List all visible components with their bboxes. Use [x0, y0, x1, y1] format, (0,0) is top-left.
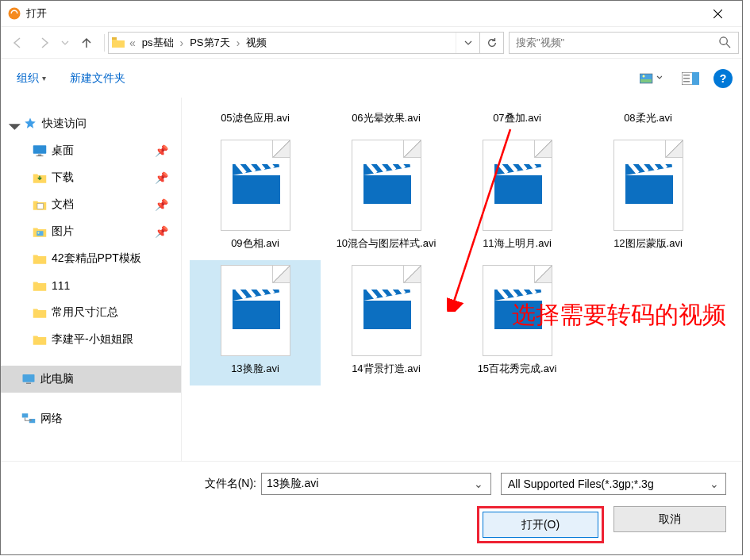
back-button[interactable] — [4, 29, 31, 56]
help-icon: ? — [720, 72, 727, 85]
filename-input[interactable] — [267, 478, 471, 490]
file-name: 06光晕效果.avi — [352, 112, 421, 125]
file-name: 15百花秀完成.avi — [478, 362, 557, 376]
sidebar-desktop[interactable]: 桌面📌 — [1, 137, 181, 164]
file-item-selected[interactable]: 13换脸.avi — [190, 260, 321, 385]
open-button[interactable]: 打开(O) — [483, 512, 598, 538]
open-dialog: 打开 « ps基础 › PS第7天 › 视频 组织▾ 新建文件夹 — [0, 0, 743, 555]
cancel-label: 取消 — [659, 512, 681, 527]
svg-rect-23 — [363, 175, 411, 204]
svg-rect-14 — [37, 204, 44, 209]
window-title: 打开 — [26, 6, 47, 21]
svg-rect-10 — [683, 81, 690, 82]
sidebar-size[interactable]: 常用尺寸汇总 — [1, 299, 181, 326]
navbar: « ps基础 › PS第7天 › 视频 — [1, 26, 742, 58]
file-name: 11海上明月.avi — [483, 237, 552, 251]
file-item[interactable]: 06光晕效果.avi — [321, 98, 452, 135]
address-dropdown[interactable] — [456, 33, 479, 53]
svg-point-0 — [9, 8, 21, 20]
up-button[interactable] — [75, 32, 98, 54]
forward-button[interactable] — [31, 29, 58, 56]
search-input[interactable] — [510, 36, 711, 48]
filter-text: All Supported Files(*.3gp;*.3g — [508, 478, 654, 490]
sidebar-quick-access[interactable]: ◢ 快速访问 — [1, 110, 181, 137]
network-icon — [21, 412, 36, 426]
file-item[interactable]: 07叠加.avi — [452, 98, 583, 135]
file-item[interactable]: 05滤色应用.avi — [190, 98, 321, 135]
svg-rect-1 — [112, 37, 117, 40]
svg-rect-11 — [33, 145, 47, 154]
chevron-down-icon[interactable]: ⌄ — [471, 478, 486, 490]
breadcrumb-2[interactable]: PS第7天 — [185, 33, 235, 53]
sidebar-item-label: 42套精品PPT模板 — [52, 251, 141, 266]
thumbnails-icon — [640, 71, 662, 86]
documents-icon — [33, 198, 47, 212]
close-button[interactable] — [700, 2, 736, 25]
recent-dropdown[interactable] — [58, 29, 72, 56]
svg-rect-13 — [37, 155, 44, 156]
preview-icon — [682, 72, 699, 85]
file-item[interactable]: 14背景打造.avi — [321, 260, 452, 385]
sidebar-item-label: 此电脑 — [40, 372, 74, 386]
svg-rect-19 — [22, 413, 29, 417]
filename-combo[interactable]: ⌄ — [261, 473, 491, 495]
sidebar-pictures[interactable]: 图片📌 — [1, 218, 181, 245]
view-mode-button[interactable] — [634, 69, 667, 88]
close-icon — [713, 10, 722, 18]
file-name: 08柔光.avi — [624, 112, 672, 125]
quick-access-label: 快速访问 — [42, 117, 87, 131]
video-file-icon — [221, 140, 290, 231]
search-box[interactable] — [509, 32, 739, 54]
sidebar-ppt[interactable]: 42套精品PPT模板 — [1, 245, 181, 272]
file-item[interactable]: 08柔光.avi — [583, 98, 713, 135]
sidebar-documents[interactable]: 文档📌 — [1, 191, 181, 218]
titlebar: 打开 — [1, 1, 742, 26]
sidebar-111[interactable]: 111 — [1, 272, 181, 299]
file-item[interactable]: 11海上明月.avi — [452, 135, 583, 260]
video-file-icon — [613, 140, 683, 231]
breadcrumb-prefix: « — [128, 36, 137, 49]
new-folder-button[interactable]: 新建文件夹 — [63, 68, 132, 89]
sidebar-item-label: 111 — [52, 279, 70, 292]
file-item[interactable]: 09色相.avi — [190, 135, 321, 260]
file-item[interactable]: 12图层蒙版.avi — [583, 135, 713, 260]
refresh-button[interactable] — [479, 33, 503, 53]
preview-pane-button[interactable] — [679, 69, 702, 88]
organize-button[interactable]: 组织▾ — [10, 68, 52, 89]
sidebar-this-pc[interactable]: 此电脑 — [1, 366, 181, 393]
sidebar-li[interactable]: 李建平-小姐姐跟 — [1, 326, 181, 353]
file-item[interactable]: 15百花秀完成.avi — [452, 260, 583, 385]
arrow-right-icon — [38, 36, 51, 49]
expand-icon: ◢ — [7, 115, 24, 132]
svg-rect-12 — [38, 155, 42, 156]
sidebar-downloads[interactable]: 下载📌 — [1, 164, 181, 191]
svg-rect-8 — [683, 75, 690, 76]
bottom-panel: 文件名(N): ⌄ All Supported Files(*.3gp;*.3g… — [1, 461, 742, 555]
breadcrumb-3[interactable]: 视频 — [241, 33, 271, 53]
breadcrumb-1[interactable]: ps基础 — [137, 33, 179, 53]
svg-rect-18 — [26, 383, 31, 385]
chevron-down-icon: ▾ — [42, 74, 46, 82]
video-file-icon — [352, 140, 421, 231]
sidebar-item-label: 常用尺寸汇总 — [52, 305, 118, 320]
chevron-down-icon: ⌄ — [710, 478, 719, 490]
address-bar[interactable]: « ps基础 › PS第7天 › 视频 — [108, 32, 504, 54]
cancel-button[interactable]: 取消 — [613, 506, 726, 532]
file-pane[interactable]: 05滤色应用.avi 06光晕效果.avi 07叠加.avi 08柔光.avi … — [182, 98, 742, 461]
sidebar-item-label: 图片 — [52, 224, 74, 239]
video-file-icon — [483, 265, 552, 356]
star-icon — [23, 117, 37, 131]
folder-icon — [33, 332, 47, 347]
chevron-right-icon: › — [179, 36, 186, 49]
open-button-highlight: 打开(O) — [477, 506, 604, 543]
sidebar-network[interactable]: 网络 — [1, 405, 181, 432]
file-name: 12图层蒙版.avi — [613, 237, 683, 251]
sidebar-item-label: 桌面 — [52, 144, 74, 158]
main-area: ◢ 快速访问 桌面📌 下载📌 文档📌 图片📌 4 — [1, 98, 742, 461]
file-type-filter[interactable]: All Supported Files(*.3gp;*.3g ⌄ — [501, 473, 726, 495]
file-item[interactable]: 10混合与图层样式.avi — [321, 135, 452, 260]
file-name: 05滤色应用.avi — [221, 112, 290, 125]
help-button[interactable]: ? — [713, 69, 733, 88]
svg-rect-15 — [37, 231, 43, 236]
chevron-down-icon — [464, 39, 472, 47]
